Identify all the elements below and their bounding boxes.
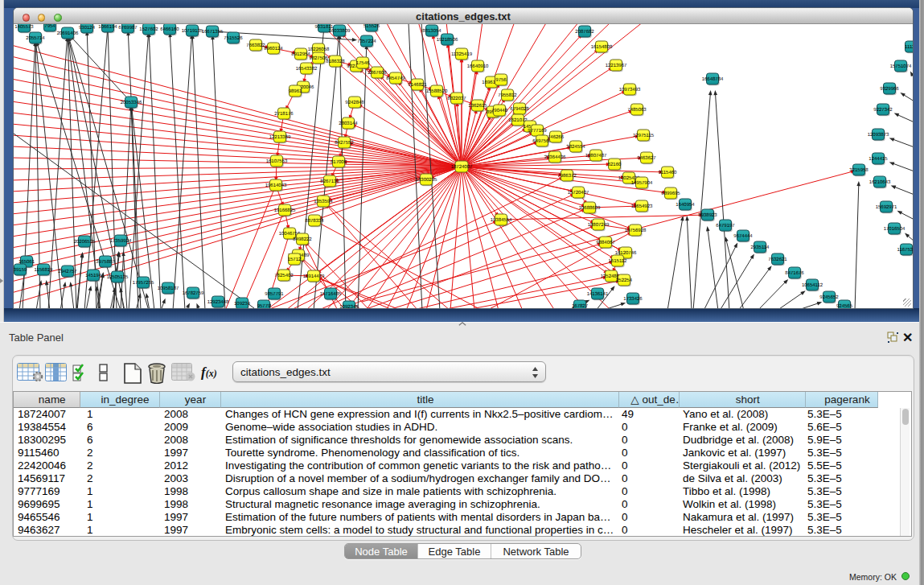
svg-text:1156819: 1156819 xyxy=(35,267,54,273)
svg-text:2803144: 2803144 xyxy=(339,121,358,126)
svg-text:10807487: 10807487 xyxy=(585,153,607,159)
svg-text:8454749: 8454749 xyxy=(386,76,405,81)
svg-text:7663822: 7663822 xyxy=(246,43,265,48)
svg-text:6794028: 6794028 xyxy=(510,106,529,112)
svg-text:19218506: 19218506 xyxy=(437,37,458,43)
svg-text:145194: 145194 xyxy=(85,273,102,278)
svg-text:1362615: 1362615 xyxy=(468,103,487,109)
svg-text:2718176: 2718176 xyxy=(274,111,294,117)
svg-text:16543382: 16543382 xyxy=(296,66,318,72)
svg-text:15720407: 15720407 xyxy=(568,190,589,196)
svg-text:1353594: 1353594 xyxy=(314,199,333,204)
svg-text:6899695: 6899695 xyxy=(661,191,680,196)
svg-text:7986372: 7986372 xyxy=(557,173,577,179)
svg-text:7954: 7954 xyxy=(44,24,55,29)
svg-text:17016504: 17016504 xyxy=(884,226,906,232)
svg-text:15712: 15712 xyxy=(288,257,302,262)
svg-text:6769987: 6769987 xyxy=(118,25,138,31)
svg-text:39159: 39159 xyxy=(14,267,27,273)
svg-text:10654112: 10654112 xyxy=(802,282,823,288)
svg-text:8186328: 8186328 xyxy=(326,59,345,64)
svg-text:16033809: 16033809 xyxy=(329,28,351,34)
svg-text:2935114: 2935114 xyxy=(751,245,770,250)
svg-text:1405573: 1405573 xyxy=(14,24,34,30)
svg-text:9227342: 9227342 xyxy=(873,107,893,113)
svg-text:16648784: 16648784 xyxy=(702,76,724,82)
svg-text:2942757: 2942757 xyxy=(58,269,77,274)
svg-text:930124: 930124 xyxy=(79,25,96,31)
svg-text:10719135: 10719135 xyxy=(182,28,203,34)
svg-text:8938923: 8938923 xyxy=(698,212,717,218)
svg-text:15692971: 15692971 xyxy=(876,204,897,210)
svg-text:11128: 11128 xyxy=(905,44,913,50)
svg-text:1615112: 1615112 xyxy=(609,258,628,264)
svg-text:1066194: 1066194 xyxy=(98,24,117,30)
svg-text:9329966: 9329966 xyxy=(880,86,899,92)
svg-text:2087682: 2087682 xyxy=(575,29,594,35)
svg-text:20364436: 20364436 xyxy=(544,154,566,160)
svg-text:1244415: 1244415 xyxy=(869,156,888,162)
svg-text:20691406: 20691406 xyxy=(57,31,79,36)
svg-text:109234: 109234 xyxy=(234,301,251,307)
svg-text:10958187: 10958187 xyxy=(158,286,179,291)
svg-text:3215958: 3215958 xyxy=(849,167,869,173)
svg-text:18300295: 18300295 xyxy=(416,177,437,183)
svg-text:9756: 9756 xyxy=(495,77,507,83)
svg-text:746266: 746266 xyxy=(548,134,565,140)
svg-text:167827: 167827 xyxy=(572,303,589,308)
svg-text:2867608: 2867608 xyxy=(368,70,387,76)
svg-text:20206535: 20206535 xyxy=(74,239,96,245)
svg-text:817006: 817006 xyxy=(331,159,347,165)
svg-text:12213967: 12213967 xyxy=(606,63,627,68)
svg-text:12505135: 12505135 xyxy=(107,274,129,280)
svg-text:20053346: 20053346 xyxy=(121,100,142,105)
svg-text:10688609: 10688609 xyxy=(579,205,601,211)
svg-text:7515526: 7515526 xyxy=(224,35,243,41)
svg-text:1167533: 1167533 xyxy=(897,247,913,253)
svg-text:19756928: 19756928 xyxy=(625,228,647,233)
svg-text:924565: 924565 xyxy=(836,303,853,308)
svg-text:16107553: 16107553 xyxy=(266,159,288,164)
svg-text:8471676: 8471676 xyxy=(785,270,804,276)
svg-text:8813054: 8813054 xyxy=(422,28,441,34)
svg-text:18807249: 18807249 xyxy=(588,222,610,228)
svg-text:16782759: 16782759 xyxy=(183,290,204,296)
svg-text:7357224: 7357224 xyxy=(357,39,376,44)
svg-text:12923448: 12923448 xyxy=(207,299,229,305)
svg-text:8427552: 8427552 xyxy=(335,140,354,146)
svg-text:14136141: 14136141 xyxy=(587,291,609,297)
svg-text:1733426: 1733426 xyxy=(623,296,643,302)
svg-text:16210643: 16210643 xyxy=(869,179,891,185)
svg-text:12975115: 12975115 xyxy=(633,133,655,138)
svg-text:790448: 790448 xyxy=(491,108,508,113)
svg-text:7485063: 7485063 xyxy=(627,107,647,113)
svg-text:8822037: 8822037 xyxy=(447,96,466,101)
svg-text:16640910: 16640910 xyxy=(467,64,489,69)
svg-text:16154808: 16154808 xyxy=(591,44,613,50)
svg-text:3824554: 3824554 xyxy=(566,144,585,150)
svg-text:9674444: 9674444 xyxy=(733,233,753,239)
svg-text:515526: 515526 xyxy=(363,24,380,29)
svg-text:1640954: 1640954 xyxy=(676,202,695,208)
svg-text:17546: 17546 xyxy=(356,60,370,66)
svg-text:8267130: 8267130 xyxy=(320,179,339,184)
svg-text:7632621: 7632621 xyxy=(768,257,787,262)
svg-text:17957255: 17957255 xyxy=(133,280,154,286)
svg-text:9245652: 9245652 xyxy=(819,295,839,300)
svg-text:7625402: 7625402 xyxy=(274,273,294,278)
svg-text:9242848: 9242848 xyxy=(345,100,364,105)
svg-text:11325419: 11325419 xyxy=(451,51,473,57)
svg-text:9777169: 9777169 xyxy=(528,128,547,134)
svg-text:9463627: 9463627 xyxy=(637,155,656,161)
svg-text:17359924: 17359924 xyxy=(110,238,132,244)
svg-text:9884067: 9884067 xyxy=(596,240,615,245)
svg-text:1527602: 1527602 xyxy=(139,27,158,32)
svg-text:3975887: 3975887 xyxy=(96,259,115,265)
svg-text:8878334: 8878334 xyxy=(305,218,324,224)
svg-text:8960124: 8960124 xyxy=(264,46,283,51)
svg-text:9146821: 9146821 xyxy=(408,82,427,88)
svg-text:2055714: 2055714 xyxy=(26,35,45,41)
svg-text:12213369: 12213369 xyxy=(269,134,291,140)
svg-text:252254: 252254 xyxy=(616,278,633,283)
svg-text:15588520: 15588520 xyxy=(426,89,448,94)
